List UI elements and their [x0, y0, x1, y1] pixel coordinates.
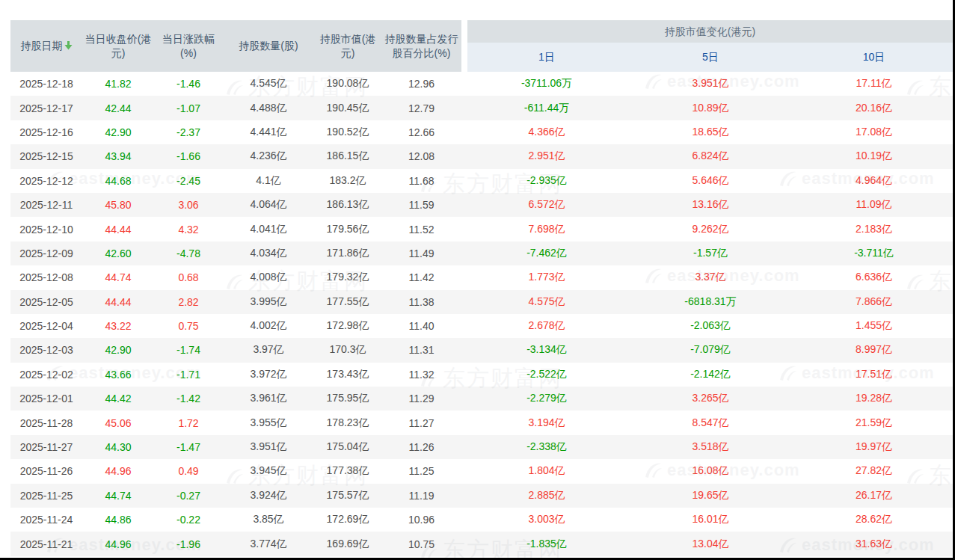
- cell-shares-held: 4.041亿: [223, 217, 314, 241]
- cell-market-value: 169.69亿: [314, 532, 381, 556]
- cell-market-value: 170.3亿: [314, 338, 381, 362]
- table-row: 2025-12-0342.90-1.743.97亿170.3亿11.31-3.1…: [10, 338, 953, 362]
- cell-gap-spacer: [461, 290, 467, 314]
- cell-close-price: 44.74: [82, 265, 154, 289]
- cell-change-1day: 4.575亿: [467, 290, 626, 314]
- table-row: 2025-12-0844.740.684.008亿179.32亿11.421.7…: [10, 265, 953, 289]
- cell-gap-spacer: [461, 435, 467, 459]
- table-row: 2025-12-1244.68-2.454.1亿183.2亿11.68-2.93…: [10, 169, 953, 193]
- cell-change-percent: 0.68: [154, 265, 223, 289]
- table-row: 2025-12-1044.444.324.041亿179.56亿11.527.6…: [10, 217, 953, 241]
- cell-shares-held: 4.236亿: [223, 144, 314, 168]
- cell-change-5day: 3.265亿: [626, 387, 795, 410]
- cell-market-value: 172.98亿: [314, 314, 381, 338]
- table-row: 2025-12-0443.220.754.002亿172.98亿11.402.6…: [10, 314, 953, 338]
- table-row: 2025-12-0544.442.823.995亿177.55亿11.384.5…: [10, 290, 953, 314]
- cell-close-price: 42.60: [82, 241, 154, 265]
- cell-change-percent: 4.32: [154, 217, 223, 241]
- cell-change-percent: -2.37: [154, 120, 223, 144]
- cell-change-10day: 1.455亿: [795, 314, 953, 338]
- cell-gap-spacer: [461, 144, 467, 168]
- cell-change-1day: 2.678亿: [467, 314, 626, 338]
- cell-gap-spacer: [461, 459, 467, 483]
- cell-close-price: 44.86: [82, 508, 154, 532]
- cell-change-percent: 0.49: [154, 459, 223, 483]
- cell-market-value: 186.15亿: [314, 144, 381, 168]
- cell-close-price: 43.66: [82, 363, 154, 387]
- cell-shares-held: 3.97亿: [223, 338, 314, 362]
- cell-date: 2025-12-09: [10, 241, 82, 265]
- cell-change-10day: 2.183亿: [795, 217, 953, 241]
- table-row: 2025-12-0144.42-1.423.961亿175.95亿11.29-2…: [10, 387, 953, 410]
- cell-change-10day: 17.11亿: [795, 72, 953, 96]
- cell-gap-spacer: [461, 72, 467, 96]
- cell-change-percent: -2.45: [154, 169, 223, 193]
- cell-date: 2025-12-03: [10, 338, 82, 362]
- cell-date: 2025-12-01: [10, 387, 82, 410]
- table-row: 2025-12-1841.82-1.464.545亿190.08亿12.96-3…: [10, 72, 953, 96]
- column-header-1day: 1日: [467, 43, 626, 72]
- table-row: 2025-12-1642.90-2.374.441亿190.52亿12.664.…: [10, 120, 953, 144]
- cell-change-5day: 8.547亿: [626, 410, 795, 434]
- cell-close-price: 44.68: [82, 169, 154, 193]
- cell-close-price: 41.82: [82, 72, 154, 96]
- table-row: 2025-11-2644.960.493.945亿177.38亿11.251.8…: [10, 459, 953, 483]
- cell-change-1day: -2.279亿: [467, 387, 626, 410]
- cell-percent-of-float: 11.26: [381, 435, 461, 459]
- cell-market-value: 190.45亿: [314, 96, 381, 120]
- cell-change-10day: -3.711亿: [795, 241, 953, 265]
- column-header-10day: 10日: [795, 43, 953, 72]
- cell-date: 2025-11-28: [10, 410, 82, 434]
- cell-shares-held: 4.008亿: [223, 265, 314, 289]
- cell-close-price: 44.42: [82, 387, 154, 410]
- cell-market-value: 179.56亿: [314, 217, 381, 241]
- column-header-close-price: 当日收盘价(港元): [82, 20, 154, 72]
- cell-date: 2025-11-25: [10, 484, 82, 508]
- cell-date: 2025-12-04: [10, 314, 82, 338]
- column-header-date[interactable]: 持股日期: [10, 20, 82, 72]
- cell-market-value: 175.95亿: [314, 387, 381, 410]
- cell-change-10day: 31.63亿: [795, 532, 953, 556]
- table-row: 2025-12-1145.803.064.064亿186.13亿11.596.5…: [10, 193, 953, 217]
- cell-change-percent: -0.27: [154, 484, 223, 508]
- cell-percent-of-float: 10.96: [381, 508, 461, 532]
- cell-change-5day: 18.65亿: [626, 120, 795, 144]
- header-gap-spacer: [461, 20, 467, 72]
- column-group-header-value-change: 持股市值变化(港元): [467, 20, 953, 43]
- cell-change-1day: -611.44万: [467, 96, 626, 120]
- cell-change-1day: 1.773亿: [467, 265, 626, 289]
- table-row: 2025-11-2845.061.723.955亿178.23亿11.273.1…: [10, 410, 953, 434]
- cell-change-1day: 3.003亿: [467, 508, 626, 532]
- cell-change-1day: -2.522亿: [467, 363, 626, 387]
- cell-close-price: 42.90: [82, 120, 154, 144]
- cell-change-1day: 6.572亿: [467, 193, 626, 217]
- cell-close-price: 45.06: [82, 410, 154, 434]
- cell-close-price: 43.22: [82, 314, 154, 338]
- cell-percent-of-float: 11.38: [381, 290, 461, 314]
- cell-change-1day: -2.338亿: [467, 435, 626, 459]
- cell-change-1day: 1.804亿: [467, 459, 626, 483]
- cell-change-1day: -7.462亿: [467, 241, 626, 265]
- column-header-change-percent: 当日涨跌幅(%): [154, 20, 223, 72]
- cell-percent-of-float: 11.25: [381, 459, 461, 483]
- cell-percent-of-float: 11.32: [381, 363, 461, 387]
- cell-change-5day: 13.16亿: [626, 193, 795, 217]
- cell-gap-spacer: [461, 120, 467, 144]
- cell-gap-spacer: [461, 314, 467, 338]
- cell-change-10day: 20.16亿: [795, 96, 953, 120]
- cell-market-value: 173.43亿: [314, 363, 381, 387]
- cell-change-10day: 26.17亿: [795, 484, 953, 508]
- column-header-shares-held: 持股数量(股): [223, 20, 314, 72]
- cell-change-5day: -6818.31万: [626, 290, 795, 314]
- column-header-date-label: 持股日期: [21, 40, 63, 52]
- cell-gap-spacer: [461, 241, 467, 265]
- table-row: 2025-12-1543.94-1.664.236亿186.15亿12.082.…: [10, 144, 953, 168]
- cell-gap-spacer: [461, 410, 467, 434]
- sort-descending-icon: [64, 40, 73, 54]
- cell-change-5day: 13.04亿: [626, 532, 795, 556]
- cell-change-5day: 16.08亿: [626, 459, 795, 483]
- table-row: 2025-12-0942.60-4.784.034亿171.86亿11.49-7…: [10, 241, 953, 265]
- cell-date: 2025-12-17: [10, 96, 82, 120]
- cell-change-percent: -1.46: [154, 72, 223, 96]
- cell-gap-spacer: [461, 387, 467, 410]
